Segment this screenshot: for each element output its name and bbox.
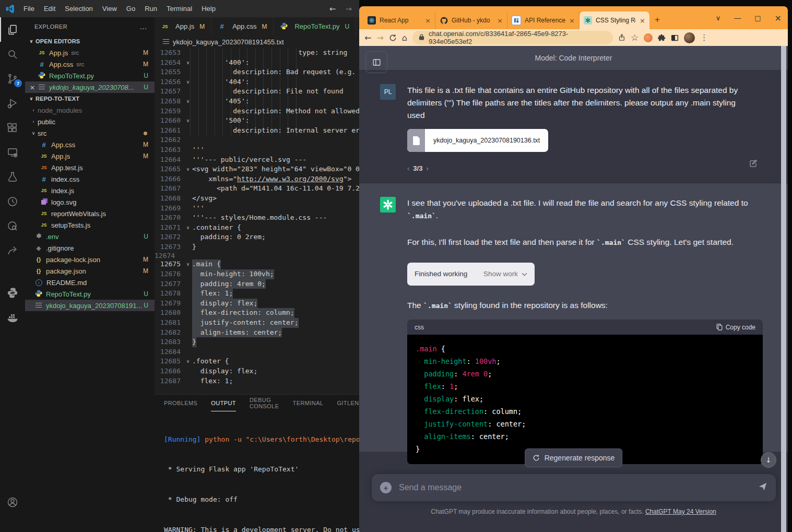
- folder-public[interactable]: ›public: [25, 116, 155, 127]
- menu-view[interactable]: View: [98, 5, 122, 13]
- address-bar[interactable]: chat.openai.com/c/833641af-2865-45e9-827…: [412, 31, 613, 44]
- share-icon[interactable]: [618, 34, 625, 41]
- send-message-input[interactable]: [398, 482, 752, 493]
- browser-tab-chatgpt[interactable]: CSS Styling Re×: [580, 11, 649, 29]
- docker-icon[interactable]: [0, 305, 25, 330]
- menu-go[interactable]: Go: [122, 5, 140, 13]
- panel-tab-output[interactable]: OUTPUT: [211, 395, 236, 411]
- python-extension-icon[interactable]: [0, 280, 25, 305]
- source-control-icon[interactable]: 7: [0, 66, 25, 91]
- home-icon[interactable]: ⌂: [402, 33, 407, 43]
- file-logosvg[interactable]: logo.svg: [25, 196, 155, 208]
- minimize-icon[interactable]: —: [734, 14, 741, 22]
- menu-edit[interactable]: Edit: [39, 5, 60, 13]
- browser-tab-github[interactable]: GitHub - ykdo×: [435, 11, 507, 29]
- code-editor[interactable]: 12653 type: string 12654∨ '400': 12655 d…: [155, 48, 359, 394]
- version-link[interactable]: ChatGPT May 24 Version: [645, 508, 716, 515]
- extensions-icon[interactable]: [0, 115, 25, 140]
- attach-plus-icon[interactable]: +: [380, 482, 392, 493]
- regenerate-response-button[interactable]: Regenerate response: [525, 448, 623, 467]
- run-debug-icon[interactable]: [0, 91, 25, 115]
- live-share-icon[interactable]: [0, 238, 25, 263]
- file-package-lock[interactable]: {}package-lock.jsonM: [25, 254, 155, 265]
- edit-message-icon[interactable]: [749, 159, 758, 170]
- file-indexcss[interactable]: #index.css: [25, 173, 155, 185]
- file-readme[interactable]: iREADME.md: [25, 277, 155, 288]
- file-appjs[interactable]: JSApp.jsM: [25, 150, 155, 162]
- tab-search-chevron-icon[interactable]: ∨: [716, 14, 721, 22]
- menu-terminal[interactable]: Terminal: [162, 5, 197, 13]
- pager-prev-icon[interactable]: ‹: [407, 162, 409, 175]
- window-close-icon[interactable]: ×: [775, 13, 782, 23]
- open-editor-appcss[interactable]: #App.csssrcM: [25, 58, 155, 70]
- nav-back-icon[interactable]: ←: [329, 4, 336, 14]
- side-panel-icon[interactable]: [671, 34, 679, 42]
- file-package[interactable]: {}package.jsonM: [25, 265, 155, 277]
- close-icon[interactable]: ×: [497, 17, 503, 25]
- timeline-icon[interactable]: [0, 189, 25, 214]
- panel-tab-debug-console[interactable]: DEBUG CONSOLE: [250, 395, 279, 411]
- url-text[interactable]: chat.openai.com/c/833641af-2865-45e9-827…: [429, 30, 607, 45]
- browser-tab-api-reference[interactable]: API Reference×: [507, 11, 580, 29]
- extension-orange-icon[interactable]: [644, 33, 653, 42]
- explorer-actions-icon[interactable]: …: [140, 22, 147, 31]
- browser-menu-icon[interactable]: ⋮: [700, 33, 708, 42]
- new-tab-button[interactable]: +: [655, 15, 660, 25]
- tab-appcss[interactable]: #App.cssM: [211, 17, 274, 36]
- close-icon[interactable]: ×: [640, 17, 645, 25]
- back-icon[interactable]: ←: [364, 33, 371, 43]
- file-attachment[interactable]: ykdojo_kaguya_20230708190136.txt: [407, 129, 548, 152]
- menu-run[interactable]: Run: [140, 5, 162, 13]
- url-link[interactable]: http://www.w3.org/2000/svg: [237, 175, 344, 183]
- bookmark-star-icon[interactable]: ☆: [631, 32, 639, 43]
- open-editor-ykdojo-txt[interactable]: ×ykdojo_kaguya_20230708...U: [25, 81, 155, 93]
- output-console[interactable]: [Running] python -u "c:\Users\forth\Desk…: [155, 411, 359, 532]
- breadcrumb[interactable]: ykdojo_kaguya_20230708191455.txt: [155, 36, 359, 48]
- panel-tab-terminal[interactable]: TERMINAL: [293, 395, 324, 411]
- remote-explorer-icon[interactable]: [0, 140, 25, 164]
- send-icon[interactable]: [758, 482, 767, 493]
- explorer-icon[interactable]: [0, 17, 25, 42]
- reload-icon[interactable]: [389, 34, 397, 42]
- sidebar-toggle-button[interactable]: [365, 51, 387, 73]
- scroll-to-bottom-button[interactable]: ↓: [761, 452, 776, 468]
- file-env[interactable]: .envU: [25, 231, 155, 242]
- file-gitignore[interactable]: ◆.gitignore: [25, 242, 155, 254]
- file-ykdojo-txt[interactable]: ykdojo_kaguya_20230708191...U: [25, 300, 155, 311]
- maximize-icon[interactable]: □: [754, 14, 761, 22]
- close-icon[interactable]: ×: [569, 17, 575, 25]
- search-icon[interactable]: [0, 42, 25, 66]
- close-icon[interactable]: ×: [425, 17, 431, 25]
- file-reportwebvitals[interactable]: JSreportWebVitals.js: [25, 208, 155, 219]
- message-input-box[interactable]: +: [372, 474, 776, 501]
- file-appcss[interactable]: #App.cssM: [25, 139, 155, 150]
- browser-tab-react-app[interactable]: React App×: [363, 11, 435, 29]
- pager-next-icon[interactable]: ›: [426, 162, 428, 175]
- file-apptestjs[interactable]: JSApp.test.js: [25, 162, 155, 173]
- account-icon[interactable]: [0, 490, 25, 514]
- folder-src[interactable]: ∨src: [25, 127, 155, 139]
- panel-tab-gitlens[interactable]: GITLENS: [337, 395, 359, 411]
- page-scrollbar[interactable]: [781, 46, 786, 532]
- tab-repototext[interactable]: RepoToText.pyU: [274, 17, 356, 36]
- tab-appjs[interactable]: JSApp.jsM: [155, 17, 211, 36]
- file-indexjs[interactable]: JSindex.js: [25, 185, 155, 196]
- file-repototext[interactable]: RepoToText.pyU: [25, 288, 155, 300]
- testing-icon[interactable]: [0, 164, 25, 189]
- profile-avatar[interactable]: [684, 32, 695, 43]
- css-code[interactable]: .main { min-height: 100vh; padding: 4rem…: [407, 335, 763, 464]
- show-work-button[interactable]: Show work: [483, 268, 527, 280]
- folder-node-modules[interactable]: ›node_modules: [25, 104, 155, 116]
- panel-tab-problems[interactable]: PROBLEMS: [164, 395, 197, 411]
- copy-code-button[interactable]: Copy code: [716, 321, 755, 334]
- forward-icon[interactable]: →: [376, 33, 383, 43]
- menu-selection[interactable]: Selection: [60, 5, 97, 13]
- file-setuptests[interactable]: JSsetupTests.js: [25, 219, 155, 231]
- open-editor-repototext[interactable]: RepoToText.pyU: [25, 70, 155, 81]
- nav-forward-icon[interactable]: →: [345, 4, 352, 14]
- menu-file[interactable]: File: [19, 5, 39, 13]
- puzzle-extensions-icon[interactable]: [658, 34, 666, 42]
- open-editor-appjs[interactable]: JSApp.jssrcM: [25, 47, 155, 58]
- close-icon[interactable]: ×: [28, 84, 37, 91]
- open-editors-section[interactable]: ∨OPEN EDITORS: [25, 36, 155, 47]
